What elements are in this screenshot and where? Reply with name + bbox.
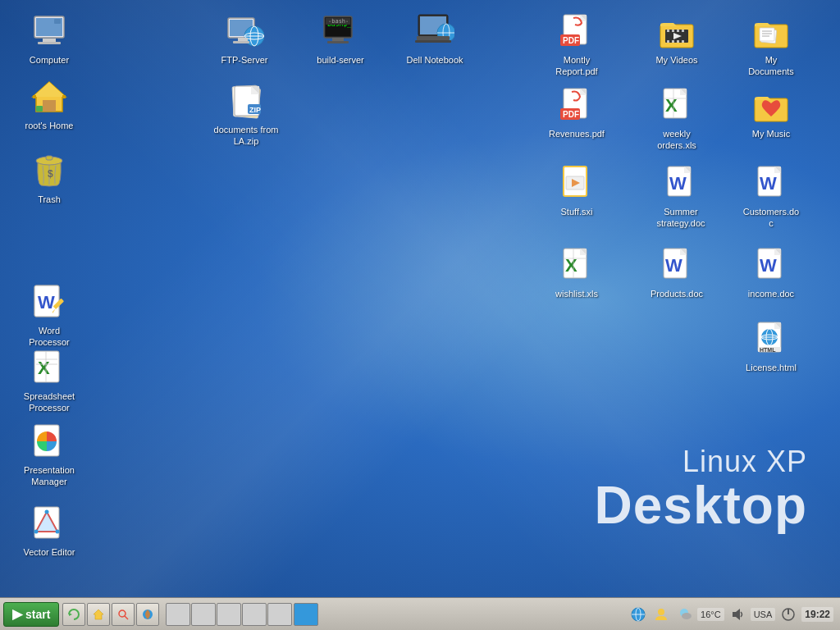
tray-power-icon[interactable] — [778, 605, 798, 624]
icon-customers-doc[interactable]: W Customers.doc — [738, 160, 804, 233]
icon-weekly-orders-xls[interactable]: X weekly orders.xls — [644, 82, 710, 155]
products-doc-icon: W — [657, 245, 696, 285]
zip-icon: ZIP — [226, 81, 266, 121]
svg-text:X: X — [38, 358, 50, 378]
tray-speaker-icon[interactable] — [728, 605, 747, 624]
presentation-manager-icon — [30, 422, 69, 461]
svg-rect-45 — [327, 41, 349, 43]
taskbar-window-4[interactable] — [242, 603, 267, 626]
my-music-icon — [751, 85, 791, 125]
svg-text:W: W — [665, 255, 682, 276]
wishlist-xls-icon: X — [557, 245, 596, 285]
weekly-orders-xls-label: weekly orders.xls — [647, 128, 706, 152]
computer-icon — [30, 11, 69, 51]
svg-rect-76 — [682, 40, 684, 43]
icon-build-server[interactable]: bash$_ -bash- build-server — [308, 8, 373, 69]
income-doc-label: income.doc — [748, 288, 794, 299]
svg-text:ZIP: ZIP — [249, 106, 261, 114]
watermark-line2: Desktop — [595, 479, 808, 532]
svg-point-135 — [119, 610, 126, 617]
icon-ftp-server[interactable]: FTP-Server — [212, 8, 277, 69]
taskbar-window-5[interactable] — [267, 603, 292, 626]
svg-text:W: W — [38, 292, 55, 313]
stuff-sxi-icon — [557, 163, 596, 203]
icon-license-html[interactable]: HTML License.html — [738, 316, 804, 377]
taskbar-window-1[interactable] — [166, 603, 190, 626]
tray-temperature: 16°C — [697, 608, 724, 621]
icon-roots-home[interactable]: root's Home — [16, 74, 82, 135]
icon-trash[interactable]: $ Trash — [16, 148, 82, 208]
svg-line-136 — [125, 616, 128, 619]
svg-rect-74 — [672, 40, 674, 43]
svg-rect-39 — [238, 38, 248, 41]
icon-my-documents[interactable]: My Documents — [738, 8, 804, 81]
icon-income-doc[interactable]: W income.doc — [738, 242, 804, 303]
svg-text:W: W — [760, 173, 777, 194]
stuff-sxi-label: Stuff.sxi — [561, 206, 593, 217]
watermark-line1: Linux XP — [595, 445, 808, 479]
trash-icon: $ — [30, 151, 69, 190]
icon-montly-report-pdf[interactable]: PDF Montly Report.pdf — [544, 8, 609, 81]
svg-rect-53 — [417, 36, 450, 40]
start-button[interactable]: ▶ start — [3, 602, 59, 627]
quicklaunch-refresh[interactable] — [62, 603, 85, 626]
svg-text:-bash-: -bash- — [328, 18, 349, 25]
tray-network-icon[interactable] — [628, 605, 648, 624]
svg-rect-8 — [33, 95, 36, 98]
taskbar-window-3[interactable] — [217, 603, 241, 626]
montly-report-pdf-icon: PDF — [557, 11, 596, 51]
svg-rect-54 — [415, 40, 451, 43]
wishlist-xls-label: wishlist.xls — [555, 288, 598, 299]
license-html-label: License.html — [746, 362, 797, 373]
svg-rect-4 — [54, 19, 61, 24]
build-server-label: build-server — [317, 54, 363, 66]
my-documents-icon — [751, 11, 791, 51]
svg-text:W: W — [669, 173, 687, 194]
quick-launch — [62, 603, 622, 626]
svg-point-30 — [45, 510, 49, 514]
svg-point-31 — [56, 530, 60, 534]
tray-clock: 19:22 — [801, 607, 833, 622]
svg-rect-44 — [332, 38, 344, 41]
vector-editor-icon — [30, 504, 69, 543]
my-documents-label: My Documents — [742, 54, 801, 78]
icon-computer[interactable]: Computer — [16, 8, 82, 69]
revenues-pdf-label: Revenues.pdf — [549, 128, 605, 139]
icon-word-processor[interactable]: W Word Processor — [16, 279, 82, 352]
icon-dell-notebook[interactable]: Dell Notebook — [402, 8, 468, 69]
quicklaunch-search[interactable] — [112, 603, 135, 626]
summer-strategy-doc-label: Summer strategy.doc — [647, 206, 714, 230]
presentation-manager-label: Presentation Manager — [20, 464, 79, 488]
icon-documents-from-la[interactable]: ZIP documents from LA.zip — [209, 78, 283, 151]
tray-weather-icon[interactable] — [674, 605, 694, 624]
roots-home-label: root's Home — [25, 120, 74, 131]
icon-my-videos[interactable]: My Videos — [644, 8, 710, 69]
icon-summer-strategy-doc[interactable]: W Summer strategy.doc — [644, 160, 718, 233]
svg-marker-133 — [69, 613, 72, 616]
system-tray: 16°C USA 19:22 — [625, 605, 837, 624]
svg-rect-10 — [36, 106, 43, 112]
montly-report-pdf-label: Montly Report.pdf — [547, 54, 606, 78]
my-music-label: My Music — [752, 128, 790, 139]
svg-rect-6 — [43, 100, 56, 112]
start-icon: ▶ — [12, 606, 22, 622]
build-server-icon: bash$_ -bash- — [321, 11, 360, 51]
icon-revenues-pdf[interactable]: PDF Revenues.pdf — [544, 82, 609, 143]
tray-user-icon[interactable] — [651, 605, 671, 624]
icon-my-music[interactable]: My Music — [738, 82, 804, 143]
taskbar-window-2[interactable] — [191, 603, 216, 626]
icon-presentation-manager[interactable]: Presentation Manager — [16, 418, 82, 491]
ftp-server-label: FTP-Server — [221, 54, 268, 66]
icon-spreadsheet-processor[interactable]: X Spreadsheet Processor — [16, 345, 82, 418]
quicklaunch-firefox[interactable] — [136, 603, 159, 626]
svg-point-32 — [34, 530, 39, 534]
word-processor-icon: W — [30, 282, 69, 322]
icon-products-doc[interactable]: W Products.doc — [644, 242, 710, 303]
svg-rect-73 — [667, 40, 669, 43]
icon-wishlist-xls[interactable]: X wishlist.xls — [544, 242, 609, 303]
svg-rect-2 — [43, 39, 56, 42]
quicklaunch-home[interactable] — [87, 603, 110, 626]
taskbar-window-active[interactable] — [294, 603, 318, 626]
icon-vector-editor[interactable]: Vector Editor — [16, 500, 82, 561]
icon-stuff-sxi[interactable]: Stuff.sxi — [544, 160, 609, 221]
